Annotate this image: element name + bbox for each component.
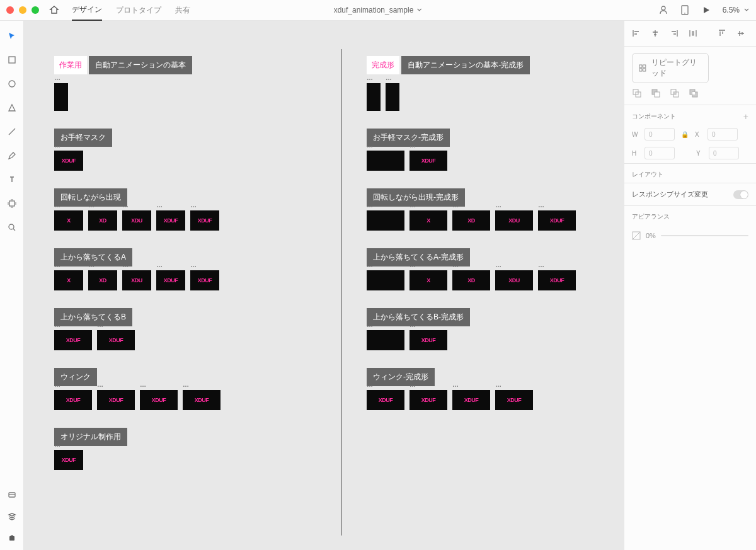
rectangle-tool[interactable] <box>7 55 17 65</box>
artboard[interactable]: XDU <box>495 270 533 290</box>
artboard[interactable]: XDUF <box>410 390 447 410</box>
home-icon[interactable] <box>49 5 59 15</box>
artboard[interactable]: XDUF <box>538 210 576 231</box>
add-component-icon[interactable]: + <box>743 112 748 122</box>
artboard[interactable]: XDUF <box>367 390 404 410</box>
artboard[interactable] <box>367 270 404 290</box>
artboard[interactable] <box>386 83 399 111</box>
h-input[interactable]: 0 <box>644 147 675 159</box>
canvas[interactable]: 作業用 自動アニメーションの基本 お手軽マスク XDUF 回転しながら出現 XX… <box>24 21 624 550</box>
plugins-icon[interactable] <box>7 532 17 542</box>
artboard[interactable]: XDUF <box>54 151 83 171</box>
artboard[interactable]: XDUF <box>156 270 185 290</box>
opacity-row: 0% <box>624 225 756 246</box>
group-label[interactable]: ウィンク <box>54 368 97 386</box>
boolean-exclude-icon[interactable] <box>689 88 699 98</box>
artboard[interactable] <box>367 330 404 350</box>
group-label[interactable]: オリジナル制作用 <box>54 428 127 446</box>
minimize-window[interactable] <box>19 6 26 14</box>
artboard[interactable]: XDUF <box>410 151 447 171</box>
align-top-icon[interactable] <box>718 28 726 38</box>
layers-icon[interactable] <box>7 511 17 521</box>
triangle-tool[interactable] <box>7 103 17 113</box>
group-label[interactable]: 上から落ちてくるB <box>54 308 132 326</box>
artboard[interactable]: XDUF <box>54 390 92 410</box>
zoom-control[interactable]: 6.5% <box>723 6 750 14</box>
text-tool[interactable] <box>7 175 17 185</box>
appearance-section: アピアランス <box>624 205 756 225</box>
artboard[interactable]: X <box>54 270 83 290</box>
artboard[interactable]: XDUF <box>495 390 533 410</box>
artboard[interactable]: XD <box>452 210 490 231</box>
assets-icon[interactable] <box>7 490 17 500</box>
boolean-intersect-icon[interactable] <box>670 88 680 98</box>
artboard-tool[interactable] <box>7 198 17 209</box>
user-icon[interactable] <box>658 5 668 15</box>
tab-share[interactable]: 共有 <box>175 0 190 20</box>
group-label[interactable]: 自動アニメーションの基本-完成形 <box>401 56 530 74</box>
artboard[interactable]: XDUF <box>140 390 178 410</box>
artboard[interactable]: XDUF <box>97 390 135 410</box>
play-icon[interactable] <box>701 5 711 15</box>
artboard[interactable] <box>367 151 404 171</box>
artboard[interactable]: XDUF <box>538 270 576 290</box>
artboard[interactable] <box>54 83 68 111</box>
y-input[interactable]: 0 <box>709 147 739 159</box>
lock-icon[interactable]: 🔒 <box>681 131 689 138</box>
svg-rect-11 <box>639 65 642 67</box>
artboard[interactable]: XDUF <box>183 390 220 410</box>
artboard[interactable]: XDUF <box>190 210 219 231</box>
artboard[interactable]: X <box>54 210 83 231</box>
mobile-icon[interactable] <box>680 5 690 15</box>
artboard-group: XDUF <box>54 450 331 470</box>
artboard[interactable]: XD <box>88 210 117 231</box>
zoom-window[interactable] <box>32 6 39 14</box>
artboard[interactable]: XD <box>88 270 117 290</box>
artboard[interactable]: X <box>410 210 447 231</box>
artboard[interactable]: XDUF <box>410 330 447 350</box>
select-tool[interactable] <box>7 31 17 41</box>
align-middle-icon[interactable] <box>736 28 745 38</box>
artboard[interactable]: X <box>410 270 447 290</box>
tab-prototype[interactable]: プロトタイプ <box>116 0 161 20</box>
group-label[interactable]: 上から落ちてくるB-完成形 <box>367 308 470 326</box>
tool-rail <box>0 21 24 550</box>
artboard[interactable]: XDUF <box>54 330 92 350</box>
group-label[interactable]: 自動アニメーションの基本 <box>89 56 192 74</box>
boolean-add-icon[interactable] <box>632 88 642 98</box>
repeat-grid-button[interactable]: リピートグリッド <box>632 53 709 83</box>
align-right-icon[interactable] <box>670 28 679 38</box>
artboard[interactable]: XD <box>452 270 490 290</box>
artboard[interactable]: XDUF <box>97 330 135 350</box>
artboard[interactable]: XDUF <box>190 270 219 290</box>
artboard[interactable]: XDU <box>122 270 151 290</box>
mode-tabs: デザイン プロトタイプ 共有 <box>72 0 190 21</box>
boolean-subtract-icon[interactable] <box>651 88 661 98</box>
opacity-slider[interactable] <box>661 235 748 236</box>
close-window[interactable] <box>6 6 14 14</box>
pen-tool[interactable] <box>7 151 17 161</box>
align-center-h-icon[interactable] <box>651 28 660 38</box>
group-label[interactable]: お手軽マスク <box>54 129 112 147</box>
group-label[interactable]: ウィンク-完成形 <box>367 368 435 386</box>
artboard[interactable] <box>367 210 404 231</box>
align-left-icon[interactable] <box>632 28 641 38</box>
zoom-tool[interactable] <box>7 222 17 232</box>
artboard[interactable]: XDU <box>122 210 151 231</box>
artboard[interactable]: XDU <box>495 210 533 231</box>
group-label[interactable]: お手軽マスク-完成形 <box>367 129 450 147</box>
artboard[interactable]: XDUF <box>54 450 83 470</box>
artboard[interactable]: XDUF <box>452 390 490 410</box>
chevron-down-icon <box>416 7 422 13</box>
w-input[interactable]: 0 <box>644 128 675 140</box>
x-input[interactable]: 0 <box>707 128 738 140</box>
document-title[interactable]: xduf_animation_sample <box>334 6 423 14</box>
distribute-h-icon[interactable] <box>689 28 697 38</box>
artboard[interactable]: XDUF <box>156 210 185 231</box>
group-label[interactable]: 回転しながら出現-完成形 <box>367 188 465 207</box>
responsive-toggle[interactable] <box>733 190 748 199</box>
artboard[interactable] <box>367 83 381 111</box>
ellipse-tool[interactable] <box>7 79 17 89</box>
tab-design[interactable]: デザイン <box>72 0 102 21</box>
line-tool[interactable] <box>7 127 17 137</box>
